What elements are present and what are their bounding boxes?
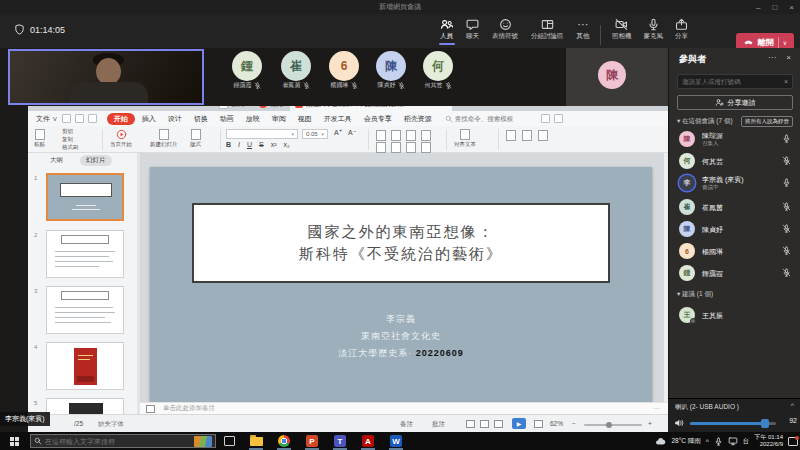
share-button[interactable]: 分享 — [675, 18, 688, 41]
suggestions-section-label[interactable]: ▾ 建議 (1 個) — [677, 290, 713, 299]
participant-row[interactable]: 何 何其芸 — [669, 152, 800, 172]
shapes-icon[interactable] — [538, 130, 548, 141]
strikethrough-button[interactable]: S — [259, 141, 264, 148]
tray-microphone-icon[interactable] — [714, 437, 723, 446]
camera-button[interactable]: 照相機 — [612, 18, 632, 41]
acrobat-taskbar-icon[interactable]: A — [360, 434, 376, 448]
align-left-icon[interactable] — [376, 142, 386, 153]
taskbar-clock[interactable]: 下午 01:14 2022/6/9 — [754, 434, 783, 448]
tray-display-icon[interactable] — [728, 436, 738, 446]
collaborate-icon[interactable] — [541, 114, 550, 123]
maximize-button[interactable]: □ — [772, 3, 777, 12]
undo-icon[interactable] — [75, 114, 84, 123]
menu-home[interactable]: 开始 — [107, 113, 135, 125]
collapse-chevron[interactable]: ^ — [791, 402, 794, 409]
numbered-list-icon[interactable] — [391, 130, 401, 141]
menu-devtools[interactable]: 开发工具 — [319, 113, 357, 125]
chrome-icon[interactable] — [276, 434, 292, 448]
slide-thumbnail[interactable] — [46, 342, 124, 390]
slide-thumbnail[interactable] — [46, 286, 124, 334]
bullet-list-icon[interactable] — [376, 130, 386, 141]
font-family-select[interactable]: ▾ — [226, 129, 298, 139]
slide-thumbnail[interactable] — [46, 230, 124, 278]
zoom-slider[interactable] — [584, 424, 642, 426]
italic-button[interactable]: I — [238, 141, 240, 148]
ime-indicator[interactable]: 台 — [743, 437, 750, 446]
underline-button[interactable]: U — [247, 141, 252, 148]
menu-animation[interactable]: 动画 — [215, 113, 239, 125]
zoom-in-button[interactable]: + — [648, 420, 652, 427]
bold-button[interactable]: B — [226, 141, 231, 148]
menu-transition[interactable]: 切换 — [189, 113, 213, 125]
command-search-input[interactable] — [455, 115, 537, 122]
breakout-rooms-tab[interactable]: 分組討論區 — [531, 18, 564, 41]
taskbar-search-box[interactable] — [30, 434, 216, 448]
fit-slide-icon[interactable] — [534, 420, 543, 428]
superscript-button[interactable]: x² — [271, 141, 277, 148]
word-taskbar-icon[interactable]: W — [388, 434, 404, 448]
clear-search-icon[interactable]: × — [784, 78, 792, 85]
current-slide[interactable]: 國家之外的東南亞想像： 斯科特《不受統治的藝術》 李宗義 東南亞社會文化史 淡江… — [150, 167, 652, 402]
wps-presentation-taskbar-icon[interactable]: P — [304, 434, 320, 448]
mic-on-icon[interactable] — [782, 134, 791, 143]
participant-row[interactable]: 6 楊國琳 — [669, 242, 800, 262]
mic-muted-icon[interactable] — [782, 268, 791, 277]
missing-font-warning[interactable]: 缺失字体 — [98, 420, 124, 429]
menu-membership[interactable]: 会员专享 — [359, 113, 397, 125]
self-video-tile[interactable] — [8, 49, 204, 105]
more-options-tab[interactable]: ⋯ 其他 — [577, 18, 590, 41]
volume-slider[interactable] — [690, 422, 776, 425]
layout-button[interactable]: 版式 — [190, 129, 201, 148]
invite-search-input[interactable] — [678, 78, 784, 85]
slides-tab[interactable]: 幻灯片 — [80, 155, 112, 166]
smartart-icon[interactable] — [506, 130, 516, 141]
chat-tab[interactable]: 聊天 — [466, 18, 479, 41]
menu-slideshow[interactable]: 放映 — [241, 113, 265, 125]
menu-design[interactable]: 设计 — [163, 113, 187, 125]
settings-icon[interactable] — [554, 114, 563, 123]
file-menu[interactable]: 文件 ∨ — [36, 114, 58, 124]
in-meeting-section-label[interactable]: ▾ 在這個會議 (7 個) — [677, 117, 733, 126]
zoom-out-button[interactable]: − — [572, 420, 576, 427]
slide-sorter-view-icon[interactable] — [480, 420, 489, 428]
volume-slider-knob[interactable] — [761, 419, 769, 428]
participant-row[interactable]: 李 李宗義 (來賓) 會議中 — [669, 174, 800, 194]
action-center-icon[interactable] — [788, 437, 798, 446]
participant-row[interactable]: 崔 崔鳳茵 — [669, 198, 800, 218]
font-size-select[interactable]: 0.05▾ — [302, 129, 328, 139]
file-explorer-icon[interactable] — [248, 434, 264, 448]
slide-title-box[interactable]: 國家之外的東南亞想像： 斯科特《不受統治的藝術》 — [192, 203, 610, 283]
line-spacing-icon[interactable] — [421, 130, 431, 141]
search-highlight-image[interactable] — [194, 436, 212, 447]
slideshow-play-button[interactable]: ▶ — [512, 418, 526, 429]
outline-tab[interactable]: 大纲 — [50, 156, 63, 165]
copy-button[interactable]: 复制 — [62, 136, 73, 143]
notes-toggle[interactable]: 备注 — [400, 420, 413, 429]
slide-thumbnail[interactable] — [46, 398, 124, 414]
participant-bubble[interactable]: 崔 — [281, 51, 311, 81]
teams-taskbar-icon[interactable]: T — [332, 434, 348, 448]
participant-row[interactable]: 陳 陳琮渥 召集人 — [669, 130, 800, 150]
panel-close-icon[interactable]: × — [786, 53, 791, 62]
close-button[interactable]: × — [789, 3, 794, 12]
taskbar-search-input[interactable] — [45, 438, 191, 445]
normal-view-icon[interactable] — [466, 420, 475, 428]
minimize-button[interactable]: – — [756, 3, 760, 12]
task-view-button[interactable] — [224, 436, 235, 446]
leave-options-caret[interactable]: ∨ — [783, 39, 787, 46]
invite-search-box[interactable]: × — [677, 74, 793, 89]
align-text-button[interactable]: 对齐文本 — [454, 129, 476, 148]
mic-muted-icon[interactable] — [782, 224, 791, 233]
new-slide-button[interactable]: 新建幻灯片 — [150, 129, 178, 148]
panel-more-icon[interactable]: ⋯ — [768, 53, 776, 62]
indent-icon[interactable] — [406, 130, 416, 141]
hidden-icons-chevron[interactable]: ^ — [706, 438, 709, 445]
align-center-icon[interactable] — [391, 142, 401, 153]
slide-thumbnail[interactable] — [46, 173, 124, 221]
play-from-current-button[interactable]: 当页开始 — [110, 129, 132, 148]
notes-more-icon[interactable]: ⋯ — [653, 405, 660, 413]
participant-bubble[interactable]: 何 — [423, 51, 453, 81]
save-icon[interactable] — [62, 114, 71, 123]
weather-text[interactable]: 28°C 陣雨 — [671, 437, 700, 446]
participant-row[interactable]: 陳 陳貞妤 — [669, 220, 800, 240]
